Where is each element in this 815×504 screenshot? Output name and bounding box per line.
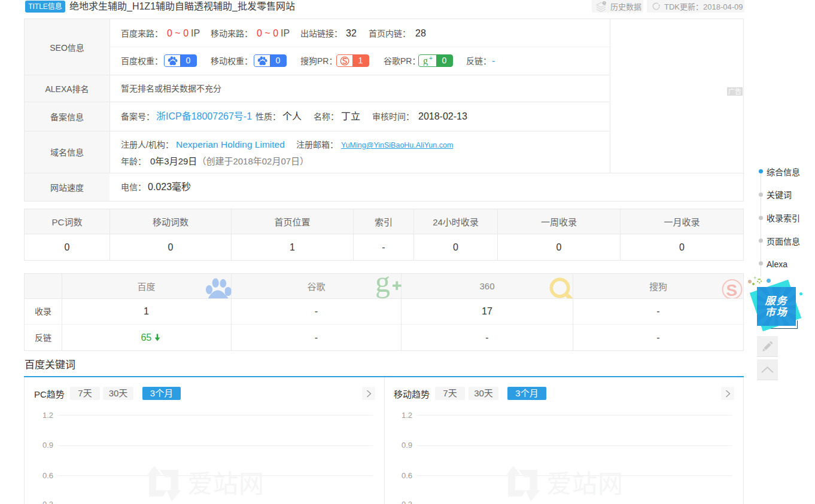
- svg-text:g: g: [423, 56, 428, 66]
- svg-text:S: S: [726, 281, 738, 299]
- svg-text:+: +: [429, 56, 433, 62]
